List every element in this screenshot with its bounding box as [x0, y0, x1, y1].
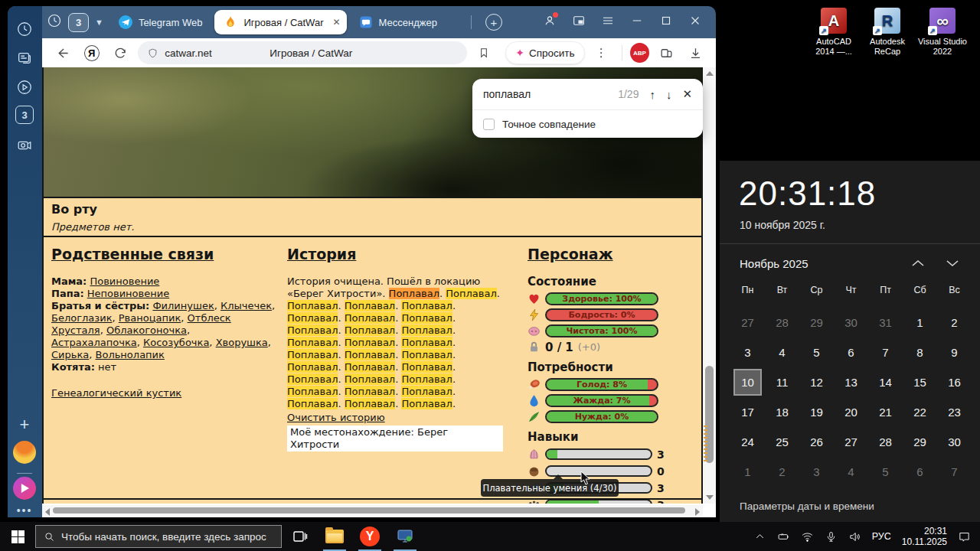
calendar-day[interactable]: 26: [799, 427, 834, 457]
calendar-day[interactable]: 31: [868, 308, 903, 337]
calendar-day[interactable]: 4: [834, 457, 868, 487]
bookmark-flag-icon[interactable]: [472, 41, 497, 64]
calendar-day[interactable]: 22: [903, 397, 937, 427]
calendar-day[interactable]: 5: [799, 337, 834, 367]
close-button[interactable]: [687, 12, 704, 29]
battery-icon[interactable]: [777, 530, 790, 543]
start-button[interactable]: [0, 522, 35, 551]
yandex-home-icon[interactable]: Я: [84, 45, 100, 61]
calendar-day[interactable]: 18: [765, 397, 799, 427]
sibling-link[interactable]: Клычечек: [220, 300, 272, 311]
calendar-prev-icon[interactable]: [911, 257, 928, 269]
calendar-day[interactable]: 17: [730, 397, 765, 427]
find-next-icon[interactable]: ↓: [666, 88, 672, 101]
sibling-link[interactable]: Косозубочка: [143, 337, 209, 348]
calendar-day[interactable]: 2: [765, 457, 799, 487]
sibling-link[interactable]: Облакогоночка: [106, 324, 187, 336]
calendar-day[interactable]: 7: [868, 337, 903, 367]
papa-link[interactable]: Неповиновение: [87, 288, 169, 299]
alice-assistant-icon[interactable]: [13, 477, 36, 500]
find-close-icon[interactable]: ✕: [682, 87, 692, 101]
scroll-right-arrow[interactable]: [695, 508, 700, 516]
downloads-icon[interactable]: [683, 41, 708, 64]
maximize-button[interactable]: [658, 12, 675, 29]
toolbar-more-icon[interactable]: ⋮: [590, 41, 615, 64]
calendar-day[interactable]: 4: [765, 337, 799, 367]
date-settings-link[interactable]: Параметры даты и времени: [740, 500, 874, 512]
calendar-month-label[interactable]: Ноябрь 2025: [740, 257, 808, 270]
chevron-down-icon[interactable]: ▼: [95, 18, 103, 27]
picture-in-picture-icon[interactable]: [570, 12, 587, 29]
calendar-day[interactable]: 29: [903, 427, 937, 457]
find-previous-icon[interactable]: ↑: [649, 88, 655, 101]
calendar-day[interactable]: 11: [765, 367, 799, 397]
yandex-browser-button[interactable]: Y: [352, 522, 387, 551]
vertical-scrollbar[interactable]: [703, 67, 716, 504]
task-view-button[interactable]: [282, 522, 317, 551]
tray-clock[interactable]: 20:31 10.11.2025: [902, 526, 947, 547]
desktop-icon-autocad[interactable]: A↗ AutoCAD 2014 —...: [803, 8, 864, 57]
genealogy-link[interactable]: Генеалогический кустик: [51, 387, 181, 399]
menu-hamburger-icon[interactable]: [599, 12, 616, 29]
url-text[interactable]: catwar.net: [165, 47, 212, 59]
new-tab-button[interactable]: +: [485, 14, 502, 31]
play-icon[interactable]: [14, 77, 35, 98]
calendar-day[interactable]: 23: [937, 397, 972, 427]
horizontal-scrollbar[interactable]: [42, 505, 703, 516]
calendar-day[interactable]: 2: [937, 308, 972, 337]
calendar-day[interactable]: 7: [937, 457, 972, 487]
calendar-day[interactable]: 1: [903, 308, 937, 337]
calendar-day[interactable]: 25: [765, 427, 799, 457]
calendar-day[interactable]: 28: [765, 308, 799, 337]
calendar-day[interactable]: 19: [799, 397, 834, 427]
calendar-day[interactable]: 27: [834, 427, 868, 457]
sibling-link[interactable]: Вольнолапик: [96, 349, 165, 360]
sibling-link[interactable]: Хворушка: [216, 337, 268, 348]
adblock-abp-icon[interactable]: ABP: [630, 43, 649, 63]
calendar-day[interactable]: 21: [868, 397, 903, 427]
calendar-day[interactable]: 3: [799, 457, 834, 487]
refresh-icon[interactable]: [109, 41, 134, 64]
tab-close-icon[interactable]: ✕: [332, 17, 340, 28]
scroll-left-arrow[interactable]: [45, 508, 50, 516]
calendar-day[interactable]: 6: [834, 337, 868, 367]
sibling-link[interactable]: Астрахалапочка: [51, 337, 137, 348]
sibling-link[interactable]: Рваноцапик: [119, 312, 181, 324]
calendar-day[interactable]: 9: [937, 337, 972, 367]
sibling-link[interactable]: Сирька: [51, 349, 89, 360]
browser-tab[interactable]: Игровая / CatWar✕: [214, 10, 346, 34]
calendar-day[interactable]: 8: [903, 337, 937, 367]
extensions-icon[interactable]: [654, 41, 679, 64]
desktop-icon-recap[interactable]: R↗ Autodesk ReCap: [857, 8, 918, 57]
feed-icon[interactable]: [14, 47, 35, 69]
tray-expand-chevron-icon[interactable]: [753, 530, 766, 543]
calendar-day[interactable]: 20: [834, 397, 868, 427]
calendar-day[interactable]: 6: [903, 457, 937, 487]
calendar-day[interactable]: 12: [799, 367, 834, 397]
back-button[interactable]: [50, 41, 75, 64]
clear-history-link[interactable]: Очистить историю: [287, 412, 385, 424]
calendar-day[interactable]: 24: [730, 427, 765, 457]
minimize-button[interactable]: [629, 12, 645, 29]
remote-pc-button[interactable]: [387, 522, 423, 551]
scroll-up-arrow[interactable]: [706, 71, 714, 76]
calendar-day[interactable]: 16: [937, 367, 972, 397]
browser-tab[interactable]: Telegram Web: [109, 10, 212, 34]
sibling-link[interactable]: Филинушек: [152, 300, 214, 311]
desktop-icon-visual-studio[interactable]: ∞↗ Visual Studio 2022: [912, 8, 973, 57]
file-explorer-button[interactable]: [317, 522, 352, 551]
sidebar-tab-count-badge[interactable]: 3: [15, 106, 34, 124]
calendar-day[interactable]: 13: [834, 367, 868, 397]
calendar-day[interactable]: 30: [834, 308, 868, 337]
taskbar-search-input[interactable]: Чтобы начать поиск, введите здесь запрос: [35, 525, 282, 548]
calendar-day[interactable]: 30: [937, 427, 972, 457]
calendar-day[interactable]: 27: [730, 308, 765, 337]
hscrollbar-thumb[interactable]: [53, 507, 685, 514]
history-clock-icon[interactable]: [14, 18, 35, 40]
calendar-day[interactable]: 1: [730, 457, 765, 487]
scroll-down-arrow[interactable]: [706, 495, 714, 500]
calendar-day[interactable]: 15: [903, 367, 937, 397]
mama-link[interactable]: Повиновение: [90, 276, 159, 287]
calendar-next-icon[interactable]: [946, 257, 962, 269]
wifi-icon[interactable]: [801, 530, 814, 543]
